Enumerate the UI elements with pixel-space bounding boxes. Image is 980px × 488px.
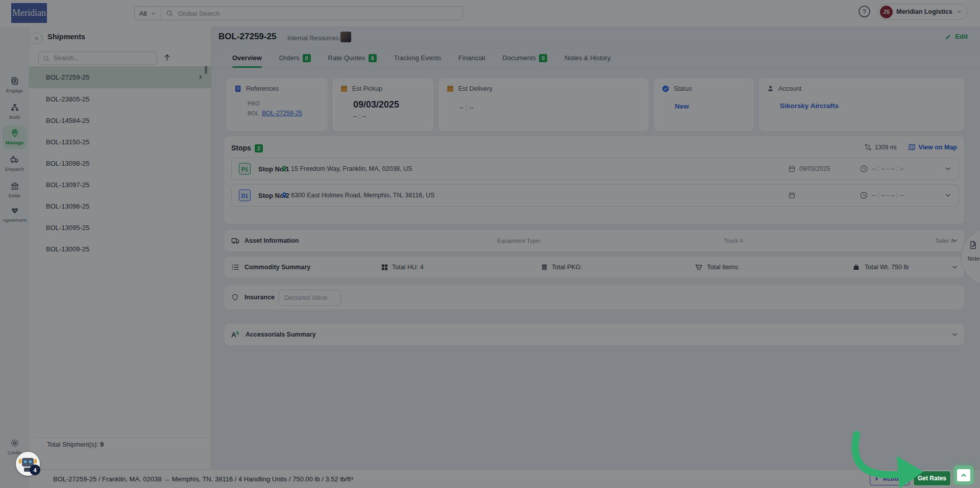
sidebar-item-label: Settle <box>8 193 20 198</box>
get-rates-button[interactable]: Get Rates <box>914 471 950 485</box>
shipment-list-item[interactable]: BOL-13096-25 <box>29 195 211 217</box>
sidebar-item-label: Build <box>9 114 20 120</box>
search-icon <box>43 55 50 62</box>
sidebar-item-engage[interactable]: Engage <box>0 76 29 93</box>
shipment-list-item[interactable]: BOL-13097-25 <box>29 174 211 195</box>
list-scrollbar[interactable] <box>205 66 207 74</box>
shipment-list-item[interactable]: BOL-23805-25 <box>29 88 211 110</box>
est-pickup-date: 09/03/2025 <box>353 99 426 110</box>
status-value: New <box>675 102 746 110</box>
shipment-header: BOL-27259-25 Internal Resources: Edit <box>211 27 980 48</box>
accessorials-icon-dollar: $ <box>236 330 239 336</box>
help-icon[interactable]: ? <box>859 6 870 17</box>
stop-row-pickup[interactable]: P1 Stop No.1 15 Freedom Way, Franklin, M… <box>231 158 959 180</box>
shipment-list-item[interactable]: BOL-13095-25 <box>29 217 211 238</box>
tab-label: Overview <box>232 54 262 62</box>
est-pickup-card: Est Pickup 09/03/2025 -- : -- <box>332 78 434 132</box>
sidebar-item-dispatch[interactable]: Dispatch <box>0 155 29 172</box>
bol-link[interactable]: BOL-27259-25 <box>262 110 302 117</box>
total-hu: Total HU: 4 <box>392 264 424 271</box>
panel-collapse-toggle[interactable] <box>30 32 42 44</box>
sort-ascending-icon[interactable] <box>163 53 172 62</box>
stop-row-delivery[interactable]: D1 Stop No.2 6300 East Holmes Road, Memp… <box>231 184 959 207</box>
help-glyph: ? <box>863 8 867 15</box>
card-title: Status <box>674 85 692 92</box>
tab-label: Notes & History <box>565 54 610 62</box>
declared-value-input[interactable] <box>279 290 341 306</box>
tab-notes-history[interactable]: Notes & History <box>565 48 610 67</box>
pin-clock-icon <box>10 129 19 138</box>
account-menu[interactable]: JS Meridian Logistics <box>877 4 968 20</box>
section-title: Asset Information <box>244 237 299 244</box>
tab-orders[interactable]: Orders0 <box>279 48 311 67</box>
sidebar-item-label: Engage <box>6 88 23 93</box>
shipment-list-item[interactable]: BOL-14584-25 <box>29 110 211 131</box>
mascot-ear <box>34 459 37 464</box>
edit-button[interactable]: Edit <box>945 33 968 40</box>
shipment-list-item[interactable]: BOL-13009-25 <box>29 238 211 260</box>
notification-badge[interactable]: 4 <box>30 465 40 475</box>
tab-documents[interactable]: Documents0 <box>502 48 547 67</box>
panel-title: Shipments <box>47 33 85 41</box>
cart-icon <box>695 263 703 271</box>
accessorials-icon-letter: A <box>231 331 236 339</box>
search-scope-dropdown[interactable]: All <box>135 7 161 20</box>
logo-text: Meridian <box>12 8 46 18</box>
tab-financial[interactable]: Financial <box>458 48 485 67</box>
total-items: Total Items: <box>707 264 740 271</box>
stop-time: -- : -- - -- : -- <box>872 165 904 172</box>
tab-rate-quotes[interactable]: Rate Quotes8 <box>328 48 377 67</box>
commodity-summary-section[interactable]: Commodity Summary Total HU: 4 Total PKG:… <box>224 256 965 278</box>
collapse-icon <box>34 36 39 41</box>
chevron-down-icon[interactable] <box>951 331 959 339</box>
sidebar-item-label: Manage <box>6 140 23 145</box>
mascot-ear <box>19 459 21 464</box>
app-logo[interactable]: Meridian <box>11 3 47 23</box>
sidebar-item-label: Dispatch <box>5 166 24 172</box>
chevron-down-icon[interactable] <box>951 264 959 271</box>
sidebar-item-agreement[interactable]: Agreement <box>0 206 29 223</box>
est-delivery-value: -- : -- <box>459 104 641 111</box>
chevron-down-icon <box>151 11 156 16</box>
map-pin-icon <box>281 192 288 199</box>
calendar-icon <box>788 165 796 173</box>
shipments-search <box>38 52 157 65</box>
shipment-id: BOL-14584-25 <box>46 117 89 124</box>
lightning-icon <box>874 476 880 482</box>
bol-label: BOL <box>248 110 259 116</box>
sidebar-item-settle[interactable]: Settle <box>0 182 29 198</box>
accessorials-icon: A$ <box>231 330 239 339</box>
app-root: Meridian All ? JS Meridian Logistics Eng… <box>0 0 980 488</box>
chevron-down-icon[interactable] <box>951 237 959 245</box>
section-title: Accessorials Summary <box>246 331 316 338</box>
shipment-list-item[interactable]: BOL-27259-25 <box>29 66 211 88</box>
actions-button[interactable]: Actions <box>870 472 910 485</box>
stops-count-badge: 2 <box>255 144 263 152</box>
card-title: References <box>246 85 279 92</box>
tab-label: Orders <box>279 54 300 62</box>
insurance-section: Insurance <box>224 285 965 310</box>
shipment-list-item[interactable]: BOL-13150-25 <box>29 131 211 152</box>
chevron-down-icon[interactable] <box>944 192 952 199</box>
tab-tracking-events[interactable]: Tracking Events <box>394 48 442 67</box>
shipments-search-input[interactable] <box>53 54 153 62</box>
sidebar-item-manage[interactable]: Manage <box>0 129 29 145</box>
tab-overview[interactable]: Overview <box>232 48 262 67</box>
avatar-initials: JS <box>883 9 890 15</box>
internal-resource-avatar[interactable] <box>340 32 351 42</box>
actions-label: Actions <box>883 475 905 482</box>
user-avatar: JS <box>880 6 893 18</box>
shipment-id: BOL-13150-25 <box>46 138 89 146</box>
sidebar-item-build[interactable]: Build <box>0 103 29 120</box>
chevron-down-icon[interactable] <box>944 165 952 173</box>
accessorials-section[interactable]: A$ Accessorials Summary <box>224 323 965 346</box>
scroll-to-top-button[interactable] <box>954 466 973 484</box>
shipment-list-item[interactable]: BOL-13098-25 <box>29 152 211 174</box>
account-link[interactable]: Sikorsky Aircrafts <box>780 102 957 110</box>
shipment-summary-text: BOL-27259-25 / Franklin, MA. 02038 → Mem… <box>53 475 353 483</box>
card-title: Est Delivery <box>458 85 493 92</box>
view-on-map-link[interactable]: View on Map <box>908 143 957 151</box>
global-search-input[interactable] <box>177 9 462 18</box>
asset-information-section[interactable]: Asset Information Equipment Type: Truck … <box>224 229 965 252</box>
search-icon <box>166 10 173 17</box>
